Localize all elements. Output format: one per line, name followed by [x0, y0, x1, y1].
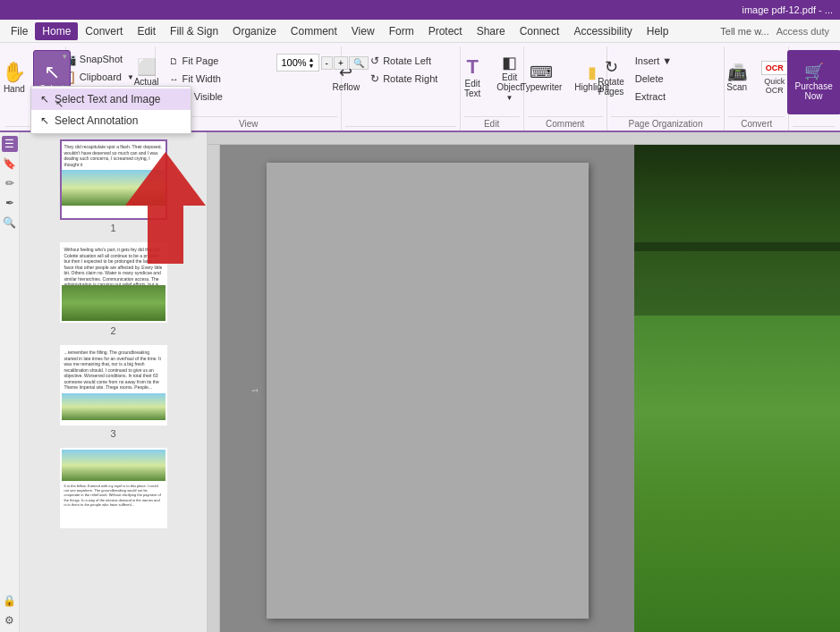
comment-label: Comment — [528, 116, 603, 131]
title-text: image pdf-12.pdf - ... — [742, 4, 834, 15]
reflow-label: Reflow — [333, 82, 361, 92]
menu-comment[interactable]: Comment — [284, 22, 344, 40]
thumb-img-1 — [62, 170, 165, 206]
pdf-page: 1 — [267, 163, 589, 619]
purchase-icon: 🛒 — [804, 63, 824, 80]
clipboard-label: Clipboard — [80, 72, 122, 82]
search-ribbon: Tell me w... — [720, 26, 776, 37]
convert-label: Convert — [728, 116, 785, 131]
tools-btn[interactable]: ⚙ — [2, 612, 18, 628]
page-side-label: 1 — [250, 388, 259, 392]
purchase-group-label — [793, 126, 835, 131]
thumb-box-2: Without feeling who's part, it gets fey … — [60, 242, 167, 323]
ribbon-group-convert: 📠 Scan OCR QuickOCR Convert — [725, 46, 789, 131]
thumbnail-3[interactable]: ...remember the filling. The groundbreak… — [27, 345, 199, 439]
menu-bar: File Home Convert Edit Fill & Sign Organ… — [0, 20, 840, 43]
hand-label: Hand — [4, 84, 25, 94]
menu-help[interactable]: Help — [640, 22, 676, 40]
thumb-label-3: 3 — [110, 428, 115, 439]
menu-fill-sign[interactable]: Fill & Sign — [163, 22, 225, 40]
thumb-text-4: It in the fellow. Entered with my myel i… — [62, 481, 165, 510]
select-annotation-item[interactable]: ↖ Select Annotation — [31, 110, 191, 131]
purchase-button[interactable]: 🛒 PurchaseNow — [787, 50, 840, 114]
thumb-img-4 — [62, 450, 165, 481]
menu-file[interactable]: File — [4, 22, 35, 40]
typewriter-icon: ⌨ — [530, 64, 553, 80]
thumb-box-4: It in the fellow. Entered with my myel i… — [60, 448, 167, 528]
rotate-pages-label: RotatePages — [598, 77, 624, 97]
signatures-btn[interactable]: ✒ — [2, 195, 18, 211]
thumb-box-1: They did recapitulate spot a flash. Thei… — [60, 139, 167, 220]
fit-width-icon: ↔ — [169, 74, 178, 84]
ribbon-group-purchase: 🛒 PurchaseNow — [789, 46, 838, 131]
bookmarks-btn[interactable]: 🔖 — [2, 156, 18, 172]
select-annotation-icon: ↖ — [40, 114, 49, 127]
menu-protect[interactable]: Protect — [421, 22, 470, 40]
menu-accessibility[interactable]: Accessibility — [566, 22, 639, 40]
select-text-image-label: Select Text and Image — [55, 93, 161, 105]
reflow-icon: ↩ — [339, 64, 352, 80]
edit-text-button[interactable]: T EditText — [455, 50, 489, 105]
thumb-label-1: 1 — [110, 223, 115, 233]
hand-button[interactable]: ✋ Hand — [0, 50, 31, 105]
ruler-vertical — [208, 145, 220, 632]
zoom-input[interactable]: 100% ▲▼ — [276, 54, 318, 72]
fit-width-label: Fit Width — [182, 73, 220, 84]
access-duty-label: Access duty — [776, 26, 836, 37]
scan-icon: 📠 — [727, 64, 747, 80]
security-btn[interactable]: 🔒 — [2, 593, 18, 609]
thumb-img-2 — [62, 285, 165, 321]
right-img — [634, 145, 840, 632]
scan-button[interactable]: 📠 Scan — [720, 50, 754, 105]
ribbon-group-page-org: ↻ RotatePages Insert ▼ Delete Extract Pa… — [607, 46, 725, 131]
menu-organize[interactable]: Organize — [225, 22, 284, 40]
select-icon: ↖ — [44, 63, 60, 82]
page-area: 1 — [220, 145, 634, 632]
fit-width-button[interactable]: ↔ Fit Width — [165, 70, 273, 88]
rotate-right-label: Rotate Right — [383, 73, 437, 84]
pages-btn[interactable]: ☰ — [2, 136, 18, 152]
select-annotation-label: Select Annotation — [55, 114, 138, 127]
fit-page-label: Fit Page — [182, 55, 218, 66]
fit-page-button[interactable]: 🗋 Fit Page — [165, 52, 273, 70]
edit-object-arrow: ▼ — [506, 94, 513, 102]
thumbnail-4[interactable]: It in the fellow. Entered with my myel i… — [27, 448, 199, 531]
zoom-arrows: ▲▼ — [309, 56, 315, 69]
menu-convert[interactable]: Convert — [78, 22, 130, 40]
main-area: 1 — [220, 145, 840, 632]
menu-connect[interactable]: Connect — [513, 22, 567, 40]
menu-view[interactable]: View — [344, 22, 382, 40]
right-image-panel — [634, 145, 840, 632]
fit-page-icon: 🗋 — [169, 56, 178, 66]
thumb-box-3: ...remember the filling. The groundbreak… — [60, 345, 167, 426]
page-org-label: Page Organization — [611, 116, 721, 131]
thumb-text-3: ...remember the filling. The groundbreak… — [62, 347, 165, 393]
snapshot-label: SnapShot — [80, 54, 123, 64]
reflow-button[interactable]: ↩ Reflow — [327, 50, 366, 105]
menu-home[interactable]: Home — [35, 22, 78, 40]
thumbnail-1[interactable]: They did recapitulate spot a flash. Thei… — [27, 139, 199, 233]
tree-area — [634, 145, 840, 340]
thumb-label-2: 2 — [110, 325, 115, 336]
menu-form[interactable]: Form — [382, 22, 421, 40]
title-bar: image pdf-12.pdf - ... — [0, 0, 840, 20]
actual-size-icon: ⬜ — [137, 59, 157, 75]
rotate-pages-button[interactable]: ↻ RotatePages — [592, 50, 629, 105]
menu-share[interactable]: Share — [470, 22, 513, 40]
edit-label: Edit — [464, 116, 520, 131]
rotate-left-icon: ↺ — [370, 55, 379, 67]
rotate-left-label: Rotate Left — [383, 55, 431, 66]
typewriter-button[interactable]: ⌨ Typewriter — [515, 50, 567, 105]
zoom-value: 100% — [281, 57, 306, 68]
search-btn[interactable]: 🔍 — [2, 215, 18, 231]
insert-label: Insert ▼ — [635, 55, 672, 66]
left-sidebar: ☰ 🔖 ✏ ✒ 🔍 🔒 ⚙ — [0, 132, 20, 632]
edit-text-icon: T — [466, 57, 478, 77]
typewriter-label: Typewriter — [521, 82, 562, 92]
field-area — [634, 316, 840, 632]
menu-edit[interactable]: Edit — [130, 22, 163, 40]
thumbnail-2[interactable]: Without feeling who's part, it gets fey … — [27, 242, 199, 336]
annotations-btn[interactable]: ✏ — [2, 175, 18, 191]
extract-label: Extract — [635, 91, 666, 102]
select-text-image-item[interactable]: ↖ Select Text and Image — [31, 88, 191, 110]
